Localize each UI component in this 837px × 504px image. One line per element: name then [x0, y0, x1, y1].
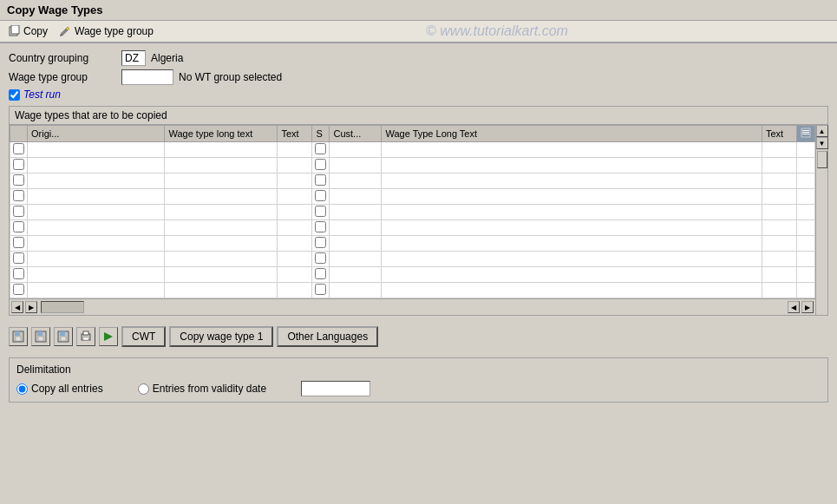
copy-wage-type-button[interactable]: Copy wage type 1	[169, 326, 273, 347]
action-bar: CWT Copy wage type 1 Other Languages	[9, 323, 828, 350]
table-section-title: Wage types that are to be copied	[10, 107, 827, 125]
delimitation-title: Delimitation	[16, 363, 821, 376]
save2-icon-btn[interactable]	[31, 327, 50, 346]
wage-type-group-input[interactable]	[121, 69, 173, 85]
col-s: S	[312, 126, 330, 142]
execute-icon-btn[interactable]	[99, 327, 118, 346]
table-row[interactable]	[10, 236, 815, 252]
delimitation-section: Delimitation Copy all entries Entries fr…	[9, 357, 828, 403]
copy-all-radio[interactable]	[16, 383, 28, 395]
title-bar: Copy Wage Types	[0, 0, 837, 21]
scroll-right-btn3[interactable]: ▶	[801, 301, 814, 313]
table-row[interactable]	[10, 220, 815, 236]
table-row[interactable]	[10, 189, 815, 205]
col-text2: Text	[762, 126, 797, 142]
save3-icon-btn[interactable]	[54, 327, 73, 346]
wage-type-group-row: Wage type group No WT group selected	[9, 69, 828, 85]
wage-type-group-note: No WT group selected	[179, 71, 282, 83]
col-settings-icon[interactable]	[797, 126, 815, 142]
copy-toolbar-item[interactable]: Copy	[7, 24, 48, 38]
wage-type-group-item[interactable]: Wage type group	[58, 24, 154, 38]
col-checkbox	[10, 126, 28, 142]
entries-from-radio[interactable]	[138, 383, 149, 395]
scroll-right-btn[interactable]: ▶	[25, 301, 37, 313]
scroll-right-btn2[interactable]: ◀	[788, 301, 800, 313]
radio-row: Copy all entries Entries from validity d…	[16, 381, 821, 396]
test-run-label: Test run	[23, 88, 61, 101]
save-icon-btn[interactable]	[9, 327, 28, 346]
watermark: © www.tutorialkart.com	[164, 23, 830, 39]
wage-types-table: Origi... Wage type long text Text S Cust…	[10, 125, 815, 298]
print-icon-btn[interactable]	[76, 327, 95, 346]
svg-rect-10	[37, 331, 43, 336]
entries-from-radio-item[interactable]: Entries from validity date	[138, 383, 266, 395]
scroll-down-btn[interactable]: ▼	[816, 137, 828, 149]
h-scroll-track-left[interactable]	[41, 301, 84, 313]
table-row[interactable]	[10, 142, 815, 158]
scroll-up-btn[interactable]: ▲	[816, 125, 828, 137]
svg-rect-8	[16, 337, 21, 341]
wage-type-group-label: Wage type group	[9, 71, 121, 83]
horizontal-scrollbar[interactable]: ◀ ▶ ◀ ▶	[10, 298, 815, 315]
svg-rect-11	[38, 337, 43, 341]
wage-type-group-label: Wage type group	[75, 25, 154, 37]
validity-date-input[interactable]	[301, 381, 370, 396]
scroll-left-btn[interactable]: ◀	[11, 301, 23, 313]
cwt-button[interactable]: CWT	[121, 326, 166, 347]
svg-rect-14	[61, 337, 66, 341]
window-title: Copy Wage Types	[7, 3, 103, 16]
svg-rect-17	[83, 337, 88, 340]
svg-marker-18	[104, 332, 113, 341]
svg-rect-7	[15, 331, 20, 336]
country-name: Algeria	[151, 52, 183, 64]
wage-types-table-section: Wage types that are to be copied Origi..…	[9, 106, 828, 316]
col-text: Text	[278, 126, 312, 142]
main-content: Country grouping Algeria Wage type group…	[0, 43, 837, 504]
country-grouping-input[interactable]	[121, 50, 146, 66]
table-row[interactable]	[10, 252, 815, 267]
test-run-checkbox[interactable]	[9, 89, 20, 101]
table-row[interactable]	[10, 173, 815, 189]
vertical-scrollbar[interactable]: ▲ ▼	[815, 125, 827, 315]
svg-rect-1	[11, 25, 19, 34]
table-row[interactable]	[10, 205, 815, 220]
col-long-text: Wage type long text	[165, 126, 278, 142]
table-row[interactable]	[10, 267, 815, 283]
scroll-thumb[interactable]	[817, 151, 827, 168]
country-grouping-label: Country grouping	[9, 52, 121, 64]
col-orig: Origi...	[28, 126, 165, 142]
svg-rect-5	[802, 134, 809, 134]
copy-all-label: Copy all entries	[31, 383, 103, 395]
svg-rect-16	[83, 331, 88, 335]
col-wage-type-long: Wage Type Long Text	[382, 126, 762, 142]
table-row[interactable]	[10, 283, 815, 298]
copy-all-radio-item[interactable]: Copy all entries	[16, 383, 103, 395]
pencil-icon	[58, 24, 72, 38]
entries-from-label: Entries from validity date	[153, 383, 266, 395]
test-run-row: Test run	[9, 88, 828, 101]
country-grouping-row: Country grouping Algeria	[9, 50, 828, 66]
svg-rect-4	[802, 132, 809, 133]
svg-rect-3	[802, 130, 809, 131]
copy-icon	[7, 24, 21, 38]
other-languages-button[interactable]: Other Languages	[277, 326, 378, 347]
toolbar: Copy Wage type group © www.tutorialkart.…	[0, 21, 837, 43]
col-cust: Cust...	[330, 126, 382, 142]
copy-label: Copy	[23, 25, 48, 37]
table-row[interactable]	[10, 158, 815, 173]
svg-rect-13	[60, 331, 65, 336]
